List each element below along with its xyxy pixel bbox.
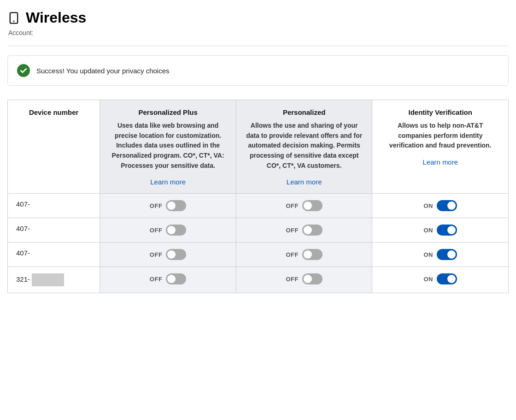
- iv-toggle-wrapper: ON: [381, 200, 500, 211]
- iv-toggle-slider: [437, 249, 457, 260]
- redacted-number: [32, 273, 64, 286]
- device-number: 321-: [16, 275, 30, 283]
- iv-toggle-switch[interactable]: [437, 225, 457, 236]
- iv-toggle-label: ON: [423, 202, 433, 209]
- iv-toggle-switch[interactable]: [437, 200, 457, 211]
- p-toggle-wrapper: OFF: [245, 200, 364, 211]
- page-header: Wireless: [7, 9, 509, 26]
- p-toggle-cell: OFF: [236, 243, 372, 267]
- table-row: 321- OFF OFF ON: [8, 267, 509, 293]
- account-label: Account:: [8, 29, 509, 36]
- pp-toggle-switch[interactable]: [166, 249, 186, 260]
- page-title: Wireless: [26, 9, 86, 26]
- pp-toggle-cell: OFF: [100, 194, 236, 218]
- p-toggle-cell: OFF: [236, 194, 372, 218]
- p-toggle-slider: [302, 200, 322, 211]
- iv-toggle-label: ON: [423, 276, 433, 283]
- col-header-personalized-plus: Personalized Plus Uses data like web bro…: [100, 100, 236, 194]
- iv-toggle-wrapper: ON: [381, 273, 500, 284]
- pp-toggle-slider: [166, 249, 186, 260]
- col-header-device: Device number: [8, 100, 100, 194]
- pp-toggle-cell: OFF: [100, 267, 236, 293]
- pp-toggle-switch[interactable]: [166, 273, 186, 284]
- p-toggle-switch[interactable]: [302, 249, 322, 260]
- table-row: 407- OFF OFF ON: [8, 194, 509, 218]
- table-header-row: Device number Personalized Plus Uses dat…: [8, 100, 509, 194]
- p-toggle-label: OFF: [286, 227, 299, 234]
- p-toggle-cell: OFF: [236, 218, 372, 243]
- pp-toggle-slider: [166, 225, 186, 236]
- success-icon: [17, 64, 30, 77]
- success-text: Success! You updated your privacy choice…: [36, 67, 170, 75]
- device-number-cell: 407-: [8, 194, 100, 218]
- pp-toggle-switch[interactable]: [166, 225, 186, 236]
- iv-toggle-slider: [437, 225, 457, 236]
- iv-toggle-slider: [437, 200, 457, 211]
- p-toggle-switch[interactable]: [302, 225, 322, 236]
- device-number-cell: 321-: [8, 267, 100, 293]
- table-row: 407- OFF OFF ON: [8, 218, 509, 243]
- pp-toggle-label: OFF: [150, 251, 163, 258]
- p-toggle-wrapper: OFF: [245, 249, 364, 260]
- pp-toggle-wrapper: OFF: [108, 225, 228, 236]
- iv-toggle-switch[interactable]: [437, 249, 457, 260]
- learn-more-identity-verification[interactable]: Learn more: [422, 158, 458, 166]
- iv-toggle-cell: ON: [372, 218, 509, 243]
- success-banner: Success! You updated your privacy choice…: [7, 55, 509, 86]
- pp-toggle-switch[interactable]: [166, 200, 186, 211]
- p-toggle-switch[interactable]: [302, 273, 322, 284]
- learn-more-personalized[interactable]: Learn more: [287, 178, 322, 186]
- iv-toggle-slider: [437, 273, 457, 284]
- device-number-cell: 407-: [8, 243, 100, 267]
- pp-toggle-label: OFF: [150, 227, 163, 234]
- device-number: 407-: [16, 249, 30, 257]
- p-toggle-label: OFF: [286, 276, 299, 283]
- iv-toggle-cell: ON: [372, 194, 509, 218]
- p-toggle-slider: [302, 249, 322, 260]
- iv-toggle-switch[interactable]: [437, 273, 457, 284]
- pp-toggle-slider: [166, 273, 186, 284]
- iv-toggle-label: ON: [423, 251, 433, 258]
- iv-toggle-cell: ON: [372, 243, 509, 267]
- p-toggle-slider: [302, 273, 322, 284]
- table-row: 407- OFF OFF ON: [8, 243, 509, 267]
- pp-toggle-wrapper: OFF: [108, 273, 228, 284]
- pp-toggle-label: OFF: [150, 202, 163, 209]
- p-toggle-label: OFF: [286, 251, 299, 258]
- device-number: 407-: [16, 200, 30, 208]
- pp-toggle-wrapper: OFF: [108, 249, 228, 260]
- p-toggle-slider: [302, 225, 322, 236]
- phone-icon: [7, 12, 20, 24]
- privacy-table: Device number Personalized Plus Uses dat…: [7, 100, 509, 293]
- p-toggle-wrapper: OFF: [245, 225, 364, 236]
- iv-toggle-wrapper: ON: [381, 225, 500, 236]
- p-toggle-cell: OFF: [236, 267, 372, 293]
- iv-toggle-wrapper: ON: [381, 249, 500, 260]
- pp-toggle-cell: OFF: [100, 218, 236, 243]
- pp-toggle-label: OFF: [150, 276, 163, 283]
- header-divider: [7, 46, 509, 46]
- device-number-cell: 407-: [8, 218, 100, 243]
- col-header-personalized: Personalized Allows the use and sharing …: [236, 100, 372, 194]
- device-number: 407-: [16, 225, 30, 232]
- iv-toggle-label: ON: [423, 227, 433, 234]
- pp-toggle-wrapper: OFF: [108, 200, 228, 211]
- learn-more-personalized-plus[interactable]: Learn more: [150, 178, 186, 186]
- p-toggle-label: OFF: [286, 202, 299, 209]
- iv-toggle-cell: ON: [372, 267, 509, 293]
- p-toggle-switch[interactable]: [302, 200, 322, 211]
- p-toggle-wrapper: OFF: [245, 273, 364, 284]
- pp-toggle-cell: OFF: [100, 243, 236, 267]
- col-header-identity-verification: Identity Verification Allows us to help …: [372, 100, 509, 194]
- pp-toggle-slider: [166, 200, 186, 211]
